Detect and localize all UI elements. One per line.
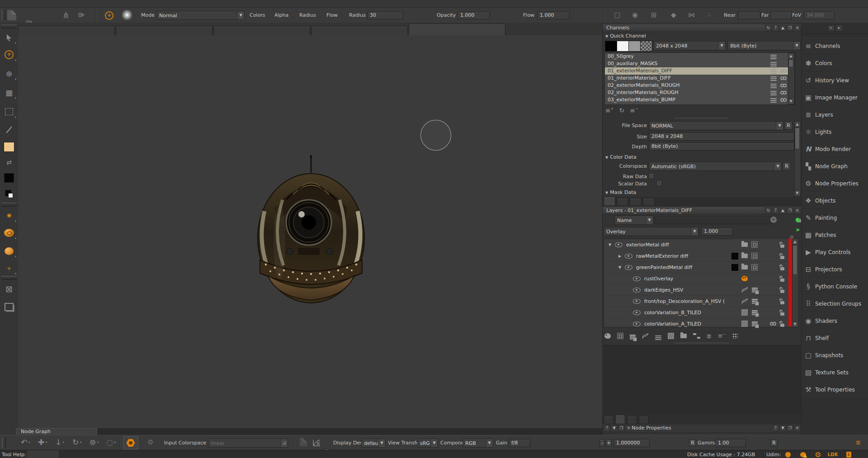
- scrollbar-thumb[interactable]: [788, 59, 793, 67]
- flow-field[interactable]: 1.000: [537, 11, 570, 19]
- branch-icon[interactable]: ⋔: [76, 11, 86, 19]
- viewport-tab[interactable]: [116, 26, 212, 35]
- mask-thumbnail-icon[interactable]: [751, 264, 758, 270]
- dock-item[interactable]: Lights: [802, 123, 868, 141]
- collapse-icon[interactable]: ▲: [779, 208, 786, 214]
- raw-data-checkbox[interactable]: [649, 173, 655, 179]
- add-mask-icon[interactable]: [617, 333, 623, 339]
- toolbar-overflow-icon[interactable]: ≣: [856, 439, 861, 446]
- bottom-panel-tab[interactable]: [639, 416, 649, 424]
- eye-orb-icon[interactable]: ▾: [0, 225, 18, 241]
- sync-channel-icon[interactable]: ↻: [619, 107, 624, 114]
- layer-visibility-eye-icon[interactable]: [633, 321, 641, 326]
- help-icon[interactable]: ?: [604, 425, 610, 431]
- orbit-view-icon[interactable]: ⊛▾: [86, 437, 99, 448]
- gray-swatch[interactable]: [628, 41, 641, 52]
- layer-expander-icon[interactable]: [617, 265, 623, 269]
- scroll-down-icon[interactable]: ▼: [795, 190, 800, 196]
- layer-expander-icon[interactable]: [617, 254, 623, 258]
- shape-icon[interactable]: ◆: [671, 10, 676, 20]
- marquee-select-tool-icon[interactable]: ▾: [0, 104, 18, 119]
- bottom-panel-tab[interactable]: [604, 416, 613, 424]
- dock-item[interactable]: Selection Groups: [802, 295, 868, 312]
- layer-visibility-eye-icon[interactable]: [633, 299, 641, 304]
- toolbar-grip[interactable]: [2, 437, 6, 448]
- node-icon[interactable]: [693, 333, 700, 339]
- dock-item[interactable]: Channels: [802, 38, 868, 55]
- view-transform-dropdown[interactable]: sRGB▼: [417, 439, 438, 448]
- layer-visibility-eye-icon[interactable]: [615, 242, 623, 247]
- clear-search-icon[interactable]: ✕: [770, 217, 777, 223]
- panel-splitter[interactable]: [603, 342, 802, 344]
- close-icon[interactable]: ✕: [794, 25, 801, 31]
- adjustment-stack-icon[interactable]: [752, 299, 758, 300]
- scroll-down-icon[interactable]: ▼: [788, 98, 793, 104]
- merge-layers-icon[interactable]: [655, 335, 661, 336]
- target-icon[interactable]: [812, 452, 824, 458]
- select-tool-icon[interactable]: ▾: [0, 30, 18, 45]
- gain-stop-field[interactable]: f/8: [509, 439, 530, 447]
- export-doc-icon[interactable]: ↓: [843, 452, 854, 458]
- grid-view-icon[interactable]: [732, 333, 738, 339]
- gain-reset-button[interactable]: R: [689, 439, 696, 447]
- add-group-icon[interactable]: [680, 334, 687, 338]
- collapse-icon[interactable]: ▼: [611, 425, 618, 431]
- scroll-up-icon[interactable]: ▲: [795, 122, 800, 127]
- paint-tool-icon[interactable]: +▾: [0, 47, 18, 62]
- unlock-icon[interactable]: [779, 310, 785, 316]
- channel-row[interactable]: 02_exteriorMaterials_ROUGH: [605, 82, 795, 89]
- dock-item[interactable]: Colors: [802, 55, 868, 72]
- boxed-frame-icon[interactable]: [0, 299, 18, 315]
- reset-colors-icon[interactable]: [0, 186, 18, 202]
- toolbar-grip[interactable]: [1, 276, 17, 280]
- dock-item[interactable]: Image Manager: [802, 89, 868, 106]
- gamma-field[interactable]: 1.00: [715, 439, 746, 447]
- expand-dock-icon[interactable]: »: [828, 25, 835, 31]
- viewport-tab[interactable]: [311, 26, 408, 35]
- dock-item[interactable]: Objects: [802, 192, 868, 209]
- add-channel-icon[interactable]: ≡+: [605, 107, 613, 114]
- reset-button[interactable]: R: [783, 162, 791, 170]
- panel-tab[interactable]: [643, 198, 655, 205]
- brush-tip-preview[interactable]: [121, 9, 133, 21]
- opacity-field[interactable]: 1.000: [458, 11, 490, 19]
- layer-row[interactable]: colorVariation_B_TILED: [604, 307, 793, 318]
- component-dropdown[interactable]: RGB▼: [462, 439, 493, 448]
- viewport-canvas[interactable]: [18, 35, 602, 428]
- gain-minus-button[interactable]: -: [599, 439, 605, 447]
- sphere-orb-icon[interactable]: ▾: [0, 243, 18, 259]
- dock-item[interactable]: Patches: [802, 227, 868, 244]
- file-space-dropdown[interactable]: NORMAL▼: [649, 121, 783, 130]
- help-icon[interactable]: ?: [772, 425, 779, 431]
- select-highlight-tool-icon[interactable]: ✷▾: [0, 208, 18, 223]
- dock-item[interactable]: Shaders: [802, 312, 868, 330]
- scroll-up-icon[interactable]: ▲: [788, 53, 793, 59]
- symmetry-icon[interactable]: ⊞: [651, 10, 657, 20]
- curve-delete-icon[interactable]: [313, 439, 321, 446]
- project-hex-icon[interactable]: [123, 436, 138, 449]
- refresh-icon[interactable]: ↻: [765, 208, 772, 214]
- layer-visibility-eye-icon[interactable]: [633, 310, 641, 315]
- panel-splitter[interactable]: [603, 117, 802, 119]
- particle-icon[interactable]: ∴: [708, 10, 711, 20]
- dock-item[interactable]: Node Properties: [802, 175, 868, 192]
- scrollbar-thumb[interactable]: [795, 127, 800, 149]
- channel-row[interactable]: 01_exteriorMaterials_DIFF: [605, 67, 795, 75]
- layer-row[interactable]: exteriorMetal diff: [604, 239, 793, 250]
- layer-visibility-eye-icon[interactable]: [625, 254, 632, 259]
- float-icon[interactable]: ❐: [787, 425, 793, 431]
- foreground-color-swatch[interactable]: [0, 139, 18, 155]
- quick-channel-header[interactable]: ▼Quick Channel: [605, 33, 646, 39]
- viewport-tab[interactable]: [213, 26, 310, 35]
- float-icon[interactable]: ❐: [618, 425, 625, 431]
- depth-field[interactable]: 8bit (Byte): [649, 142, 794, 151]
- gain-field[interactable]: 1.000000: [613, 439, 650, 447]
- close-icon[interactable]: ✕: [625, 425, 632, 431]
- add-paint-layer-icon[interactable]: [604, 333, 611, 339]
- scalar-data-checkbox[interactable]: [656, 180, 662, 186]
- panel-tab[interactable]: [617, 198, 628, 205]
- quick-channel-depth-dropdown[interactable]: 8bit (Byte)▼: [727, 41, 801, 50]
- warp-tool-icon[interactable]: ▦▾: [0, 85, 18, 100]
- group-folder-icon[interactable]: [741, 265, 748, 269]
- channel-list-scrollbar[interactable]: ▲ ▼: [788, 53, 795, 104]
